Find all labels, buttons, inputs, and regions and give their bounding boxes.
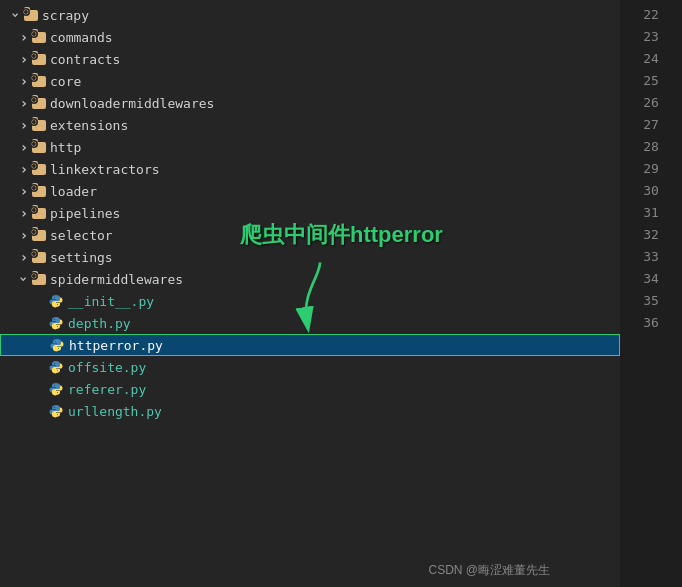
tree-item-downloadermiddlewares[interactable]: downloadermiddlewares [0,92,620,114]
item-label-urllength: urllength.py [68,404,162,419]
folder-icon [24,10,38,21]
folder-icon [32,252,46,263]
line-number: 22 [643,4,659,26]
item-label-depth: depth.py [68,316,131,331]
item-label-core: core [50,74,81,89]
tree-item-commands[interactable]: commands [0,26,620,48]
line-numbers: 22 23 24 25 26 27 28 29 30 31 32 33 34 3… [620,0,682,587]
folder-icon [32,230,46,241]
item-label-loader: loader [50,184,97,199]
arrow-icon [290,258,350,338]
tree-item-linkextractors[interactable]: linkextractors [0,158,620,180]
folder-icon [32,208,46,219]
item-label-contracts: contracts [50,52,120,67]
file-tree: scrapy commands contracts core downloade… [0,0,620,587]
line-number: 30 [643,180,659,202]
folder-icon [32,164,46,175]
item-label-downloadermiddlewares: downloadermiddlewares [50,96,214,111]
folder-icon [32,32,46,43]
item-label-httperror: httperror.py [69,338,163,353]
spacer [32,293,48,309]
tree-root[interactable]: scrapy [0,4,620,26]
tree-item-loader[interactable]: loader [0,180,620,202]
spacer [32,403,48,419]
python-icon [48,381,64,397]
item-label-commands: commands [50,30,113,45]
tree-item-contracts[interactable]: contracts [0,48,620,70]
watermark-text: CSDN @晦涩难董先生 [428,563,550,577]
annotation-text: 爬虫中间件httperror [240,222,443,247]
python-icon [48,293,64,309]
folder-icon [32,76,46,87]
item-label-settings: settings [50,250,113,265]
item-label-offsite: offsite.py [68,360,146,375]
tree-item-core[interactable]: core [0,70,620,92]
folder-icon [32,274,46,285]
line-number: 34 [643,268,659,290]
line-number: 28 [643,136,659,158]
spacer [32,381,48,397]
watermark: CSDN @晦涩难董先生 [428,562,550,579]
line-number: 31 [643,202,659,224]
line-number: 32 [643,224,659,246]
line-number: 35 [643,290,659,312]
line-number: 24 [643,48,659,70]
tree-item-referer[interactable]: referer.py [0,378,620,400]
arrow-container [290,258,350,341]
item-label-spidermiddlewares: spidermiddlewares [50,272,183,287]
annotation-overlay: 爬虫中间件httperror [240,220,443,250]
item-label-selector: selector [50,228,113,243]
tree-item-http[interactable]: http [0,136,620,158]
folder-icon [32,54,46,65]
line-number: 27 [643,114,659,136]
line-number: 33 [643,246,659,268]
tree-item-urllength[interactable]: urllength.py [0,400,620,422]
item-label-pipelines: pipelines [50,206,120,221]
python-icon [48,403,64,419]
spacer [33,337,49,353]
line-number: 26 [643,92,659,114]
item-label-init: __init__.py [68,294,154,309]
line-number: 36 [643,312,659,334]
item-label-http: http [50,140,81,155]
item-label-linkextractors: linkextractors [50,162,160,177]
line-number: 29 [643,158,659,180]
folder-icon [32,120,46,131]
spacer [32,315,48,331]
python-icon [49,337,65,353]
folder-icon [32,98,46,109]
folder-icon [32,186,46,197]
spacer [32,359,48,375]
item-label-referer: referer.py [68,382,146,397]
root-label: scrapy [42,8,89,23]
folder-icon [32,142,46,153]
tree-item-extensions[interactable]: extensions [0,114,620,136]
item-label-extensions: extensions [50,118,128,133]
line-number: 23 [643,26,659,48]
python-icon [48,359,64,375]
line-number: 25 [643,70,659,92]
python-icon [48,315,64,331]
tree-item-offsite[interactable]: offsite.py [0,356,620,378]
